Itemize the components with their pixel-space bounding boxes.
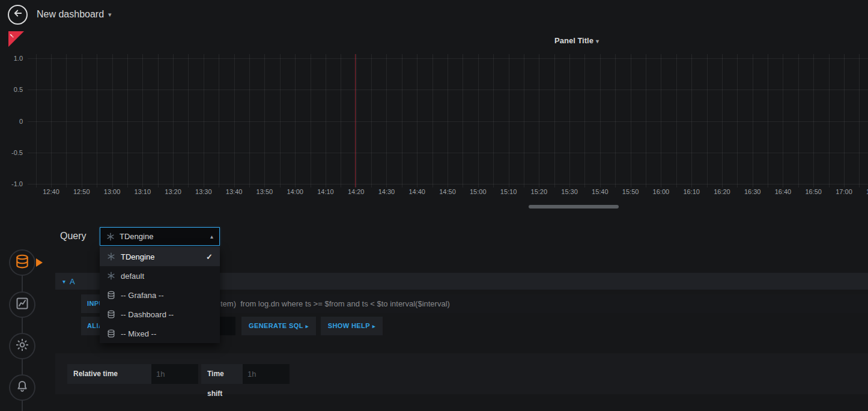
x-axis-tick: 13:00: [104, 188, 121, 195]
grid-line: [234, 54, 235, 187]
grid-line: [844, 54, 845, 187]
grid-line: [264, 54, 265, 187]
grid-line: [51, 54, 52, 187]
datasource-dropdown-menu: TDengine✓default-- Grafana ---- Dashboar…: [100, 247, 220, 343]
snowflake-icon: [106, 233, 115, 241]
generate-sql-button[interactable]: GENERATE SQL▸: [241, 317, 316, 335]
grid-line: [753, 54, 753, 187]
y-axis-tick: -0.5: [0, 148, 23, 157]
x-axis-tick: 16:20: [714, 188, 730, 195]
grid-line: [66, 54, 67, 187]
y-axis-tick: 1.0: [0, 54, 23, 62]
x-axis-tick: 16:30: [744, 188, 761, 195]
dropdown-item[interactable]: TDengine✓: [100, 247, 220, 266]
grid-line: [142, 54, 143, 187]
tab-general[interactable]: [9, 333, 35, 359]
database-icon: [14, 254, 30, 272]
grid-line: [691, 54, 692, 187]
grid-line: [36, 54, 37, 187]
tab-queries[interactable]: [9, 249, 35, 276]
grid-line: [173, 54, 174, 187]
grid-line: [112, 54, 113, 187]
x-axis-tick: 14:10: [317, 188, 334, 195]
sql-query-input[interactable]: tem) from log.dn where ts >= $from and t…: [135, 294, 868, 313]
x-axis-tick: 12:50: [73, 188, 90, 195]
time-options-strip: Relative time Time shift: [55, 353, 868, 394]
back-button[interactable]: [8, 5, 28, 25]
grid-line: [615, 54, 616, 187]
grid-line: [722, 54, 723, 187]
dropdown-item-label: -- Dashboard --: [121, 310, 213, 319]
relative-time-label: Relative time: [67, 364, 151, 384]
grafana-app: New dashboard ▾ ! Panel Title▾ 1.00.50-0…: [0, 0, 868, 411]
grid-line: [600, 54, 601, 187]
datasource-select[interactable]: TDengine ▴: [100, 227, 220, 246]
horizontal-scrollbar[interactable]: [529, 205, 619, 209]
grid-line: [813, 54, 814, 187]
x-axis-tick: 15:00: [470, 188, 487, 195]
x-axis-tick: 14:30: [378, 188, 395, 195]
chevron-up-icon: ▴: [210, 233, 213, 240]
x-axis-tick: 13:10: [135, 188, 151, 195]
grid-line: [584, 54, 585, 187]
gear-icon: [15, 338, 29, 355]
x-axis-tick: 15:20: [531, 188, 548, 195]
y-axis-tick: 0.5: [0, 85, 23, 94]
dropdown-item-label: TDengine: [121, 252, 206, 261]
x-axis-tick: 14:50: [439, 188, 456, 195]
panel-title[interactable]: Panel Title▾: [554, 36, 599, 45]
grid-line: [859, 54, 860, 187]
x-axis-tick: 13:20: [165, 188, 181, 195]
x-axis-tick: 15:30: [561, 188, 578, 195]
x-axis-tick: 13:30: [195, 188, 212, 195]
dashboard-title[interactable]: New dashboard: [37, 9, 104, 20]
grid-line: [829, 54, 830, 187]
dropdown-item[interactable]: -- Grafana --: [100, 285, 220, 305]
tab-alert[interactable]: [9, 374, 35, 401]
x-axis-tick: 14:20: [348, 188, 365, 195]
grid-line: [417, 54, 417, 187]
grid-line: [509, 54, 509, 187]
grid-line: [249, 54, 250, 187]
dropdown-item[interactable]: -- Dashboard --: [100, 305, 220, 324]
show-help-button[interactable]: SHOW HELP▸: [321, 317, 383, 335]
dropdown-item-label: -- Grafana --: [121, 291, 213, 300]
chart-icon: [15, 296, 29, 313]
x-axis-tick: 13:50: [256, 188, 273, 195]
grid-line: [295, 54, 296, 187]
grid-line: [341, 54, 341, 187]
database-icon: [107, 291, 115, 299]
time-shift-input[interactable]: [243, 364, 290, 384]
chevron-down-icon: ▾: [62, 278, 65, 285]
database-icon: [107, 310, 115, 318]
grid-line: [798, 54, 799, 187]
snowflake-icon: [107, 272, 115, 280]
grid-line: [569, 54, 570, 187]
check-icon: ✓: [206, 252, 213, 261]
grid-line: [386, 54, 387, 187]
grid-line: [539, 54, 539, 187]
grid-line: [371, 54, 372, 187]
grid-line: [280, 54, 281, 187]
bell-icon: [15, 379, 29, 396]
grid-line: [219, 54, 219, 187]
grid-line: [158, 54, 159, 187]
chevron-down-icon[interactable]: ▾: [108, 11, 112, 19]
query-section-label: Query: [60, 231, 86, 242]
panel: ! Panel Title▾ 1.00.50-0.5-1.012:4012:50…: [0, 31, 868, 212]
tab-visualization[interactable]: [9, 291, 35, 318]
grid-line: [356, 54, 357, 187]
relative-time-input[interactable]: [151, 364, 198, 384]
grid-line: [661, 54, 661, 187]
active-tab-pointer-icon: [36, 258, 43, 267]
grid-line: [676, 54, 677, 187]
grid-line: [737, 54, 738, 187]
chart-cursor-line: [355, 54, 356, 187]
time-shift-label: Time shift: [201, 364, 243, 384]
grid-line: [127, 54, 128, 187]
dropdown-item[interactable]: -- Mixed --: [100, 324, 220, 343]
dropdown-item[interactable]: default: [100, 266, 220, 285]
grid-line: [707, 54, 708, 187]
panel-error-corner-icon[interactable]: !: [8, 31, 24, 47]
grid-line: [448, 54, 448, 187]
